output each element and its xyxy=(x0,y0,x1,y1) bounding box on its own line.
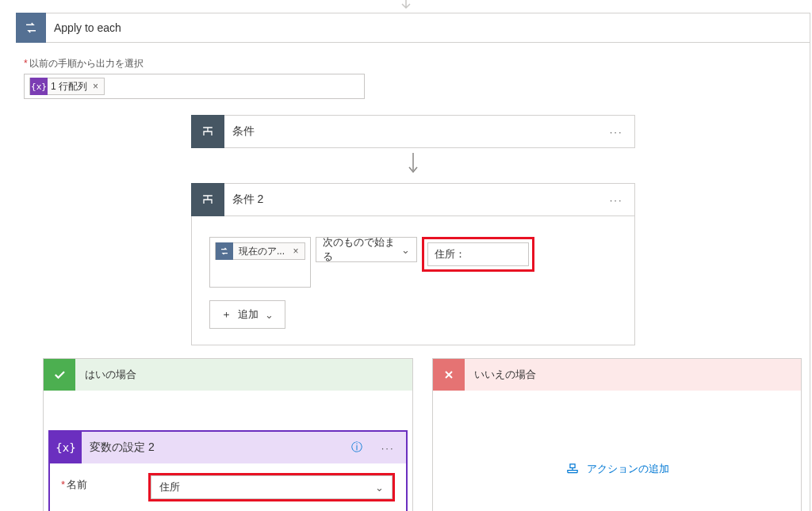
output-select-input[interactable]: {x} 1 行配列 × xyxy=(24,74,365,99)
chevron-down-icon: ⌄ xyxy=(375,482,384,494)
condition-1-header[interactable]: 条件 ··· xyxy=(191,115,635,148)
condition-operator-select[interactable]: 次のもので始まる ⌄ xyxy=(316,237,417,262)
help-icon[interactable]: ⓘ xyxy=(351,440,362,455)
yes-branch: はいの場合 {x} 変数の設定 2 ⓘ ··· xyxy=(43,358,413,511)
condition-2-header[interactable]: 条件 2 ··· xyxy=(191,183,635,216)
variable-icon: {x} xyxy=(50,432,82,463)
output-select-section: *以前の手順から出力を選択 {x} 1 行配列 × xyxy=(24,57,802,99)
conditions-column: 条件 ··· 条件 2 ··· xyxy=(191,115,635,345)
more-menu-icon[interactable]: ··· xyxy=(599,126,634,138)
token-current-item[interactable]: 現在のア... × xyxy=(215,242,305,260)
svg-rect-0 xyxy=(570,464,575,468)
top-connector xyxy=(397,0,415,13)
set-variable-title: 変数の設定 2 xyxy=(90,440,351,455)
no-branch-title: いいえの場合 xyxy=(474,368,536,382)
output-select-label: *以前の手順から出力を選択 xyxy=(24,57,802,71)
apply-to-each-header[interactable]: Apply to each xyxy=(16,13,810,43)
condition-value-highlight: 住所： xyxy=(422,237,534,272)
remove-token-icon[interactable]: × xyxy=(290,246,301,257)
name-input-highlight: 住所 ⌄ xyxy=(148,473,395,501)
set-variable-card: {x} 変数の設定 2 ⓘ ··· *名前 xyxy=(48,430,408,511)
close-icon xyxy=(433,359,465,391)
condition-2-title: 条件 2 xyxy=(232,193,599,207)
add-condition-button[interactable]: ＋ 追加 ⌄ xyxy=(209,300,285,329)
plus-icon: ＋ xyxy=(221,307,232,322)
condition-1-title: 条件 xyxy=(232,124,599,139)
variable-name-select[interactable]: 住所 ⌄ xyxy=(151,475,393,499)
chevron-down-icon: ⌄ xyxy=(265,309,274,321)
condition-icon xyxy=(191,115,224,148)
yes-branch-title: はいの場合 xyxy=(85,368,136,382)
no-branch-header[interactable]: いいえの場合 xyxy=(433,359,802,391)
add-action-icon xyxy=(565,463,580,475)
condition-icon xyxy=(191,183,224,216)
chevron-down-icon: ⌄ xyxy=(401,244,410,256)
branches-row: はいの場合 {x} 変数の設定 2 ⓘ ··· xyxy=(43,358,802,511)
token-row-array[interactable]: {x} 1 行配列 × xyxy=(29,78,105,95)
connector-arrow xyxy=(191,153,635,177)
loop-icon xyxy=(216,242,233,260)
loop-icon xyxy=(16,13,46,43)
check-icon xyxy=(44,359,75,391)
remove-token-icon[interactable]: × xyxy=(90,81,101,92)
yes-branch-header[interactable]: はいの場合 xyxy=(44,359,412,391)
name-label: *名前 xyxy=(61,473,148,492)
apply-to-each-card: Apply to each *以前の手順から出力を選択 {x} 1 行配列 × xyxy=(16,13,810,511)
condition-2-body: 現在のア... × 次のもので始まる ⌄ 住所： xyxy=(191,216,635,345)
condition-value-input[interactable]: 住所： xyxy=(427,242,529,266)
no-branch: いいえの場合 アクションの追加 xyxy=(432,358,802,511)
more-menu-icon[interactable]: ··· xyxy=(599,194,634,206)
apply-to-each-title: Apply to each xyxy=(54,21,121,34)
condition-left-operand[interactable]: 現在のア... × xyxy=(209,237,311,288)
add-action-button[interactable]: アクションの追加 xyxy=(438,462,797,476)
set-variable-header[interactable]: {x} 変数の設定 2 ⓘ ··· xyxy=(50,432,406,463)
variable-icon: {x} xyxy=(30,78,48,95)
more-menu-icon[interactable]: ··· xyxy=(370,442,406,454)
